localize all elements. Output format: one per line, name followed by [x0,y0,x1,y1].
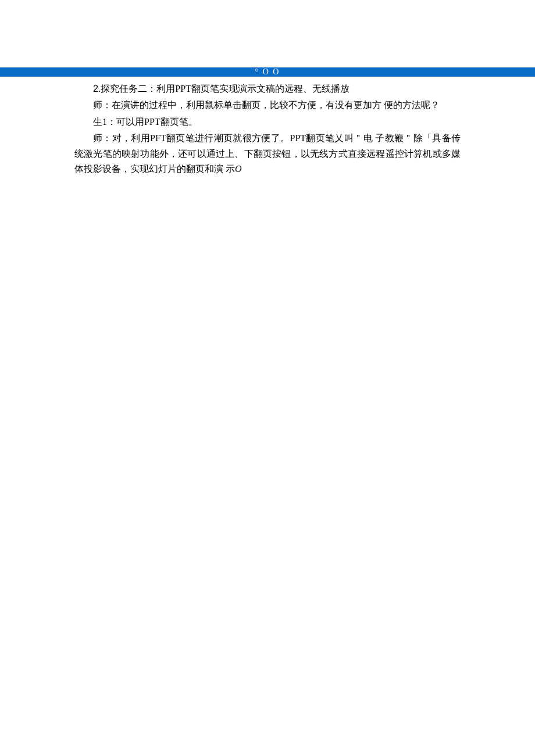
suffix-mark: O [235,164,242,174]
header-bar: ° O O [0,67,535,77]
task-title-text: 探究任务二：利用PPT翻页笔实现演示文稿的远程、无线播放 [101,84,349,94]
header-marks: ° O O [255,66,280,78]
student-answer-text: 可以用PPT翻页笔。 [116,117,198,127]
paragraph-teacher-question: 师：在演讲的过程中，利用鼠标单击翻页，比较不方便，有没有更加方 便的方法呢？ [74,98,461,113]
student-label: 生1： [93,117,116,127]
content-area: 2.探究任务二：利用PPT翻页笔实现演示文稿的远程、无线播放 师：在演讲的过程中… [0,77,535,177]
paragraph-teacher-explanation: 师：对，利用PFT翻页笔进行潮页就很方便了。PPT翻页笔乂叫＂电 子教鞭＂除「具… [74,131,461,177]
teacher-explanation-text: 师：对，利用PFT翻页笔进行潮页就很方便了。PPT翻页笔乂叫＂电 子教鞭＂除「具… [74,133,461,174]
page-container: ° O O 2.探究任务二：利用PPT翻页笔实现演示文稿的远程、无线播放 师：在… [0,0,535,177]
paragraph-student-answer: 生1：可以用PPT翻页笔。 [74,114,461,130]
task-number: 2. [93,84,101,94]
paragraph-task-title: 2.探究任务二：利用PPT翻页笔实现演示文稿的远程、无线播放 [74,81,461,96]
